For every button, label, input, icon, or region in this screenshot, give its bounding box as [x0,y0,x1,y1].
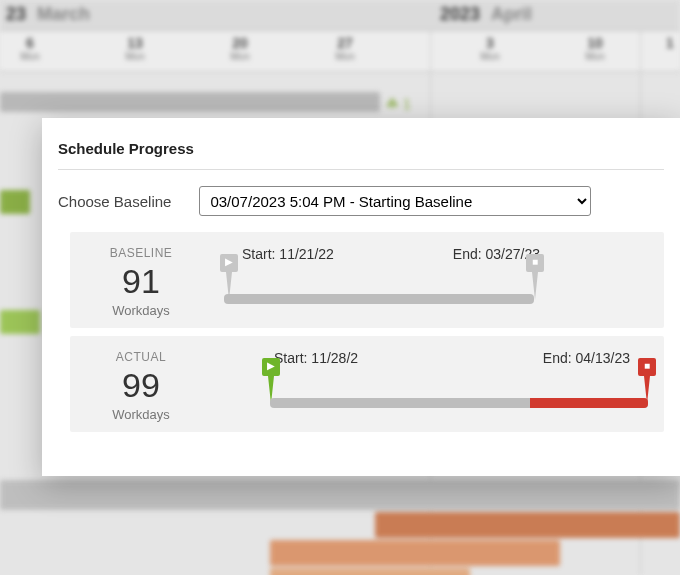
actual-unit: Workdays [76,407,206,422]
baseline-label: BASELINE [76,246,206,260]
backdrop-summary-bar [0,480,680,510]
backdrop-day-column: 3Mon [470,35,510,62]
backdrop-day-column: 20Mon [220,35,260,62]
backdrop-task-bar [0,190,30,214]
backdrop-day-column: 27Mon [325,35,365,62]
backdrop-day-column: 10Mon [575,35,615,62]
backdrop-day-ruler: 6Mon13Mon20Mon27Mon3Mon10Mon1 [0,30,680,72]
baseline-progress-bar [224,294,534,304]
backdrop-month-right: April [491,4,532,24]
stop-icon: ■ [526,257,544,267]
panel-title: Schedule Progress [58,140,664,157]
backdrop-month-left: March [37,4,90,24]
backdrop-day-column: 1 [650,35,680,51]
backdrop-summary-bar [0,92,380,112]
play-icon: ▶ [220,257,238,267]
backdrop-task-bar [0,310,40,334]
baseline-workdays-value: 91 [76,262,206,301]
actual-label: ACTUAL [76,350,206,364]
actual-workdays-value: 99 [76,366,206,405]
backdrop-day-column: 13Mon [115,35,155,62]
baseline-card: BASELINE 91 Workdays Start: 11/21/22 End… [70,232,664,328]
backdrop-task-bar [270,568,470,575]
backdrop-task-bar [270,540,560,566]
divider [58,169,664,170]
backdrop-year-left: 23 [6,4,26,24]
actual-card: ACTUAL 99 Workdays Start: 11/28/2 End: 0… [70,336,664,432]
baseline-select[interactable]: 03/07/2023 5:04 PM - Starting Baseline [199,186,591,216]
backdrop-year-right: 2023 [440,4,480,24]
play-icon: ▶ [262,361,280,371]
schedule-progress-panel: Schedule Progress Choose Baseline 03/07/… [42,118,680,476]
milestone-icon: ☘ 1 [386,96,411,112]
baseline-unit: Workdays [76,303,206,318]
backdrop-task-bar [375,512,680,538]
actual-overrun-bar [530,398,648,408]
stop-icon: ■ [638,361,656,371]
backdrop-day-column: 6Mon [10,35,50,62]
choose-baseline-label: Choose Baseline [58,193,171,210]
